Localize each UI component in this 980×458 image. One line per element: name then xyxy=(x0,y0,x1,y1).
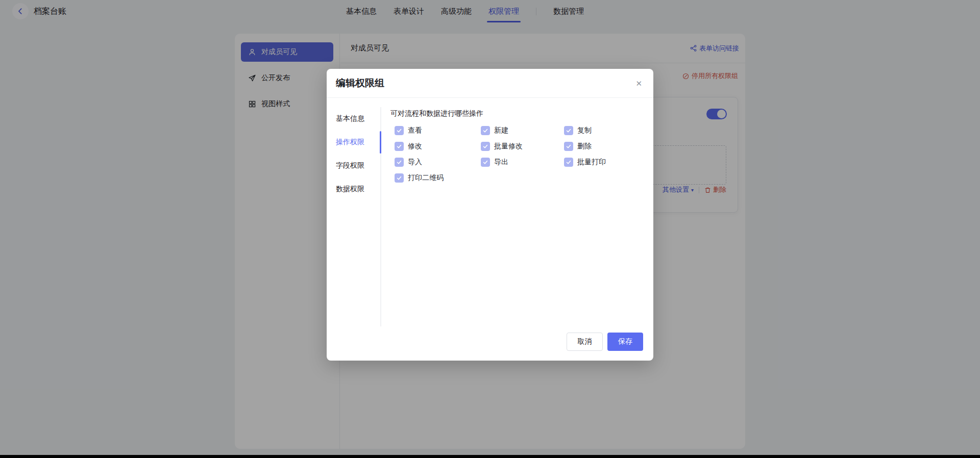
checkbox-checked-icon[interactable] xyxy=(481,142,490,151)
permission-create[interactable]: 新建 xyxy=(481,126,564,135)
permission-import[interactable]: 导入 xyxy=(395,158,481,167)
modal-body: 基本信息 操作权限 字段权限 数据权限 可对流程和数据进行哪些操作 查看 新建 … xyxy=(327,98,653,361)
permission-label: 修改 xyxy=(408,142,422,151)
permission-label: 新建 xyxy=(494,126,508,135)
permission-label: 批量修改 xyxy=(494,142,523,151)
modal-title: 编辑权限组 xyxy=(336,77,384,90)
checkbox-checked-icon[interactable] xyxy=(564,158,573,167)
permission-batch-modify[interactable]: 批量修改 xyxy=(481,142,564,151)
modal-tab-basic-info[interactable]: 基本信息 xyxy=(336,107,380,131)
permission-modify[interactable]: 修改 xyxy=(395,142,481,151)
permission-label: 查看 xyxy=(408,126,422,135)
checkbox-checked-icon[interactable] xyxy=(395,142,404,151)
permission-label: 导出 xyxy=(494,158,508,167)
permission-copy[interactable]: 复制 xyxy=(564,126,606,135)
permission-label: 批量打印 xyxy=(577,158,606,167)
permission-view[interactable]: 查看 xyxy=(395,126,481,135)
permission-label: 打印二维码 xyxy=(408,173,444,183)
checkbox-checked-icon[interactable] xyxy=(395,173,404,183)
checkbox-checked-icon[interactable] xyxy=(481,126,490,135)
checkbox-checked-icon[interactable] xyxy=(395,158,404,167)
modal-tab-data-permissions[interactable]: 数据权限 xyxy=(336,177,380,201)
checkbox-checked-icon[interactable] xyxy=(481,158,490,167)
permission-delete[interactable]: 删除 xyxy=(564,142,606,151)
permission-print-qrcode[interactable]: 打印二维码 xyxy=(395,173,481,183)
permission-export[interactable]: 导出 xyxy=(481,158,564,167)
permission-label: 复制 xyxy=(577,126,592,135)
permission-batch-print[interactable]: 批量打印 xyxy=(564,158,606,167)
section-title: 可对流程和数据进行哪些操作 xyxy=(390,109,483,118)
modal-tab-operation-permissions[interactable]: 操作权限 xyxy=(336,131,380,154)
close-icon[interactable]: ✕ xyxy=(635,80,642,87)
permission-label: 导入 xyxy=(408,158,422,167)
checkbox-checked-icon[interactable] xyxy=(395,126,404,135)
edit-permission-group-modal: 编辑权限组 ✕ 基本信息 操作权限 字段权限 数据权限 可对流程和数据进行哪些操… xyxy=(327,69,653,361)
checkbox-checked-icon[interactable] xyxy=(564,126,573,135)
permissions-grid: 查看 新建 复制 修改 批量修改 xyxy=(395,126,606,183)
modal-side-nav: 基本信息 操作权限 字段权限 数据权限 xyxy=(327,107,381,326)
checkbox-checked-icon[interactable] xyxy=(564,142,573,151)
save-button[interactable]: 保存 xyxy=(607,333,643,351)
permission-label: 删除 xyxy=(577,142,592,151)
cancel-button[interactable]: 取消 xyxy=(567,333,603,351)
modal-header: 编辑权限组 ✕ xyxy=(327,69,653,98)
modal-footer: 取消 保存 xyxy=(567,333,643,351)
modal-content: 可对流程和数据进行哪些操作 查看 新建 复制 修改 xyxy=(390,98,653,361)
modal-tab-field-permissions[interactable]: 字段权限 xyxy=(336,154,380,177)
